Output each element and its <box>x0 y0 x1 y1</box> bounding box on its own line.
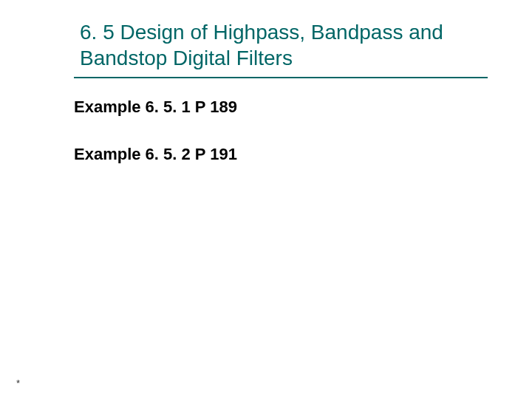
example-line-2: Example 6. 5. 2 P 191 <box>74 145 237 164</box>
footer-mark: * <box>16 378 20 389</box>
example-line-1: Example 6. 5. 1 P 189 <box>74 98 237 117</box>
slide-title: 6. 5 Design of Highpass, Bandpass and Ba… <box>80 19 479 71</box>
title-underline <box>74 77 488 78</box>
slide: 6. 5 Design of Highpass, Bandpass and Ba… <box>0 0 532 399</box>
